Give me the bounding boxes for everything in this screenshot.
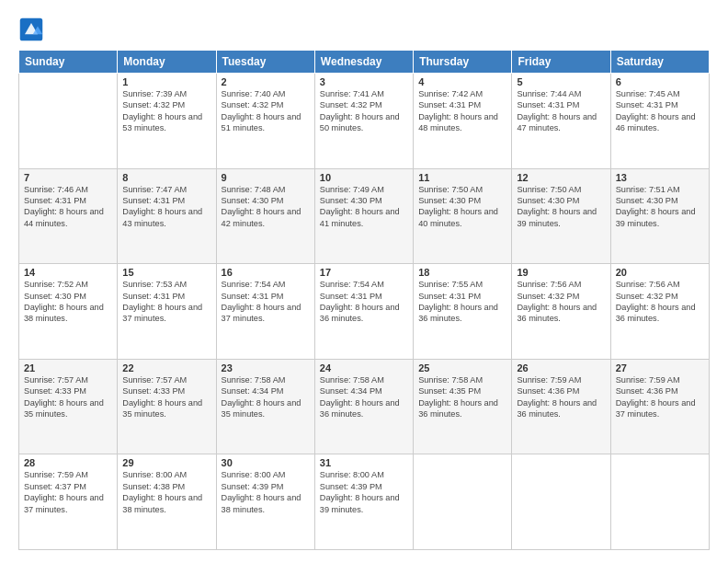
day-info: Sunrise: 8:00 AMSunset: 4:38 PMDaylight:…: [122, 469, 210, 515]
day-number: 1: [122, 76, 210, 87]
day-number: 21: [24, 362, 112, 373]
calendar-cell: 25Sunrise: 7:58 AMSunset: 4:35 PMDayligh…: [414, 359, 512, 454]
calendar-cell: 30Sunrise: 8:00 AMSunset: 4:39 PMDayligh…: [216, 454, 314, 550]
calendar-cell: 4Sunrise: 7:42 AMSunset: 4:31 PMDaylight…: [414, 74, 512, 169]
calendar-cell: 12Sunrise: 7:50 AMSunset: 4:30 PMDayligh…: [512, 168, 610, 264]
day-number: 31: [320, 457, 408, 468]
page: SundayMondayTuesdayWednesdayThursdayFrid…: [0, 0, 728, 563]
day-number: 27: [616, 362, 704, 373]
day-info: Sunrise: 7:40 AMSunset: 4:32 PMDaylight:…: [222, 88, 310, 134]
calendar-cell: 2Sunrise: 7:40 AMSunset: 4:32 PMDaylight…: [216, 74, 314, 169]
day-info: Sunrise: 7:51 AMSunset: 4:30 PMDaylight:…: [616, 184, 704, 230]
day-number: 24: [320, 362, 408, 373]
day-info: Sunrise: 7:59 AMSunset: 4:37 PMDaylight:…: [24, 469, 112, 515]
day-number: 18: [418, 267, 506, 278]
calendar-cell: 14Sunrise: 7:52 AMSunset: 4:30 PMDayligh…: [19, 264, 118, 360]
day-number: 5: [517, 76, 605, 87]
day-number: 10: [320, 172, 408, 183]
day-info: Sunrise: 7:46 AMSunset: 4:31 PMDaylight:…: [24, 184, 112, 230]
calendar-week-row: 21Sunrise: 7:57 AMSunset: 4:33 PMDayligh…: [19, 359, 710, 454]
calendar-table: SundayMondayTuesdayWednesdayThursdayFrid…: [18, 50, 710, 550]
calendar-cell: [610, 454, 709, 550]
calendar-cell: 24Sunrise: 7:58 AMSunset: 4:34 PMDayligh…: [314, 359, 413, 454]
calendar-week-row: 7Sunrise: 7:46 AMSunset: 4:31 PMDaylight…: [19, 168, 710, 264]
calendar-cell: 8Sunrise: 7:47 AMSunset: 4:31 PMDaylight…: [118, 168, 216, 264]
calendar-cell: [414, 454, 512, 550]
day-number: 26: [517, 362, 605, 373]
day-info: Sunrise: 7:57 AMSunset: 4:33 PMDaylight:…: [122, 374, 210, 420]
day-info: Sunrise: 7:54 AMSunset: 4:31 PMDaylight:…: [320, 279, 408, 325]
day-number: 8: [122, 172, 210, 183]
day-number: 7: [24, 172, 112, 183]
day-info: Sunrise: 7:39 AMSunset: 4:32 PMDaylight:…: [122, 88, 210, 134]
calendar-day-header: Friday: [512, 51, 610, 74]
calendar-header-row: SundayMondayTuesdayWednesdayThursdayFrid…: [19, 51, 710, 74]
logo-icon: [18, 17, 44, 42]
day-number: 14: [24, 267, 112, 278]
day-info: Sunrise: 7:44 AMSunset: 4:31 PMDaylight:…: [517, 88, 605, 134]
calendar-cell: 1Sunrise: 7:39 AMSunset: 4:32 PMDaylight…: [118, 74, 216, 169]
day-info: Sunrise: 7:50 AMSunset: 4:30 PMDaylight:…: [517, 184, 605, 230]
day-info: Sunrise: 7:47 AMSunset: 4:31 PMDaylight:…: [122, 184, 210, 230]
day-number: 4: [418, 76, 506, 87]
day-info: Sunrise: 7:58 AMSunset: 4:34 PMDaylight:…: [320, 374, 408, 420]
day-info: Sunrise: 7:53 AMSunset: 4:31 PMDaylight:…: [122, 279, 210, 325]
logo: [18, 17, 48, 42]
day-info: Sunrise: 7:45 AMSunset: 4:31 PMDaylight:…: [616, 88, 704, 134]
day-info: Sunrise: 7:58 AMSunset: 4:34 PMDaylight:…: [222, 374, 310, 420]
calendar-cell: 16Sunrise: 7:54 AMSunset: 4:31 PMDayligh…: [216, 264, 314, 360]
day-info: Sunrise: 7:48 AMSunset: 4:30 PMDaylight:…: [222, 184, 310, 230]
calendar-week-row: 28Sunrise: 7:59 AMSunset: 4:37 PMDayligh…: [19, 454, 710, 550]
day-info: Sunrise: 7:56 AMSunset: 4:32 PMDaylight:…: [616, 279, 704, 325]
day-number: 29: [122, 457, 210, 468]
day-info: Sunrise: 7:56 AMSunset: 4:32 PMDaylight:…: [517, 279, 605, 325]
calendar-cell: 7Sunrise: 7:46 AMSunset: 4:31 PMDaylight…: [19, 168, 118, 264]
calendar-cell: 28Sunrise: 7:59 AMSunset: 4:37 PMDayligh…: [19, 454, 118, 550]
calendar-cell: 3Sunrise: 7:41 AMSunset: 4:32 PMDaylight…: [314, 74, 413, 169]
day-info: Sunrise: 7:52 AMSunset: 4:30 PMDaylight:…: [24, 279, 112, 325]
calendar-cell: 20Sunrise: 7:56 AMSunset: 4:32 PMDayligh…: [610, 264, 709, 360]
day-number: 12: [517, 172, 605, 183]
day-info: Sunrise: 7:58 AMSunset: 4:35 PMDaylight:…: [418, 374, 506, 420]
calendar-cell: 26Sunrise: 7:59 AMSunset: 4:36 PMDayligh…: [512, 359, 610, 454]
day-number: 23: [222, 362, 310, 373]
day-number: 6: [616, 76, 704, 87]
day-number: 30: [222, 457, 310, 468]
header: [18, 17, 710, 42]
day-number: 19: [517, 267, 605, 278]
day-info: Sunrise: 8:00 AMSunset: 4:39 PMDaylight:…: [320, 469, 408, 515]
calendar-cell: 6Sunrise: 7:45 AMSunset: 4:31 PMDaylight…: [610, 74, 709, 169]
calendar-day-header: Tuesday: [216, 51, 314, 74]
calendar-cell: 9Sunrise: 7:48 AMSunset: 4:30 PMDaylight…: [216, 168, 314, 264]
calendar-cell: 10Sunrise: 7:49 AMSunset: 4:30 PMDayligh…: [314, 168, 413, 264]
calendar-cell: 13Sunrise: 7:51 AMSunset: 4:30 PMDayligh…: [610, 168, 709, 264]
day-info: Sunrise: 7:55 AMSunset: 4:31 PMDaylight:…: [418, 279, 506, 325]
calendar-cell: 22Sunrise: 7:57 AMSunset: 4:33 PMDayligh…: [118, 359, 216, 454]
day-info: Sunrise: 7:49 AMSunset: 4:30 PMDaylight:…: [320, 184, 408, 230]
calendar-day-header: Sunday: [19, 51, 118, 74]
calendar-day-header: Monday: [118, 51, 216, 74]
day-number: 11: [418, 172, 506, 183]
calendar-cell: 23Sunrise: 7:58 AMSunset: 4:34 PMDayligh…: [216, 359, 314, 454]
calendar-cell: 11Sunrise: 7:50 AMSunset: 4:30 PMDayligh…: [414, 168, 512, 264]
calendar-week-row: 14Sunrise: 7:52 AMSunset: 4:30 PMDayligh…: [19, 264, 710, 360]
day-info: Sunrise: 7:59 AMSunset: 4:36 PMDaylight:…: [517, 374, 605, 420]
day-number: 17: [320, 267, 408, 278]
day-number: 9: [222, 172, 310, 183]
day-number: 2: [222, 76, 310, 87]
day-info: Sunrise: 7:41 AMSunset: 4:32 PMDaylight:…: [320, 88, 408, 134]
day-info: Sunrise: 7:50 AMSunset: 4:30 PMDaylight:…: [418, 184, 506, 230]
calendar-day-header: Wednesday: [314, 51, 413, 74]
calendar-cell: 27Sunrise: 7:59 AMSunset: 4:36 PMDayligh…: [610, 359, 709, 454]
calendar-week-row: 1Sunrise: 7:39 AMSunset: 4:32 PMDaylight…: [19, 74, 710, 169]
calendar-day-header: Saturday: [610, 51, 709, 74]
day-info: Sunrise: 7:42 AMSunset: 4:31 PMDaylight:…: [418, 88, 506, 134]
day-number: 15: [122, 267, 210, 278]
calendar-cell: 21Sunrise: 7:57 AMSunset: 4:33 PMDayligh…: [19, 359, 118, 454]
day-number: 25: [418, 362, 506, 373]
calendar-cell: 19Sunrise: 7:56 AMSunset: 4:32 PMDayligh…: [512, 264, 610, 360]
calendar-cell: [512, 454, 610, 550]
calendar-cell: 5Sunrise: 7:44 AMSunset: 4:31 PMDaylight…: [512, 74, 610, 169]
calendar-cell: 15Sunrise: 7:53 AMSunset: 4:31 PMDayligh…: [118, 264, 216, 360]
calendar-cell: [19, 74, 118, 169]
